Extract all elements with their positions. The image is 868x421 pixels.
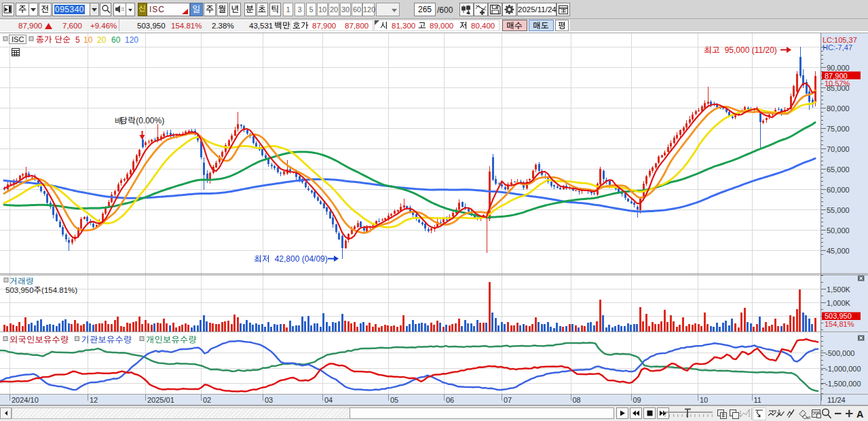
svg-text:-1,000,000: -1,000,000 [825,365,861,373]
svg-text:08: 08 [573,396,581,404]
svg-text:154,81%: 154,81% [825,320,854,328]
svg-text:65,000: 65,000 [827,165,850,174]
svg-text:5: 5 [75,35,80,45]
svg-text:10: 10 [83,35,93,45]
svg-text:04: 04 [324,396,333,404]
svg-text:2024/10: 2024/10 [12,396,39,404]
svg-text:(154.81%): (154.81%) [41,286,77,294]
svg-text:55,000: 55,000 [827,206,850,214]
svg-text:2025/01: 2025/01 [147,396,174,404]
svg-text:45,000: 45,000 [827,247,850,255]
svg-text:60: 60 [111,35,121,45]
svg-text:-500,000: -500,000 [825,349,854,357]
svg-text:80,000: 80,000 [827,104,850,113]
svg-text:42,800 (04/09): 42,800 (04/09) [275,254,328,264]
svg-text:70,000: 70,000 [827,145,850,153]
svg-text:120: 120 [125,35,138,45]
svg-text:03: 03 [265,396,273,404]
svg-text:05: 05 [390,396,398,404]
svg-text:12: 12 [90,396,98,404]
svg-text:(0.00%): (0.00%) [136,116,164,125]
svg-text:10: 10 [700,396,708,404]
svg-text:07: 07 [504,396,512,404]
svg-text:11: 11 [754,396,761,404]
svg-text:20: 20 [97,35,107,45]
svg-text:HC:-7,47: HC:-7,47 [823,43,852,52]
svg-text:A: A [856,409,864,420]
svg-text:60,000: 60,000 [827,186,850,194]
svg-text:06: 06 [446,396,454,404]
svg-text:11/24: 11/24 [827,396,846,404]
svg-text:90,000: 90,000 [827,64,850,72]
svg-text:ISC: ISC [12,35,24,43]
svg-text:503,950: 503,950 [825,312,852,320]
svg-text:all: all [806,416,810,420]
svg-text:1,500K: 1,500K [827,285,851,294]
svg-text:50,000: 50,000 [827,226,850,235]
svg-text:10,57%: 10,57% [825,79,850,87]
svg-text:-1,500,000: -1,500,000 [825,380,861,388]
svg-text:1,000K: 1,000K [827,299,851,307]
svg-text:503,950: 503,950 [5,286,34,294]
svg-text:75,000: 75,000 [827,125,850,133]
svg-text:09: 09 [633,396,641,404]
svg-text:95,000 (11/20): 95,000 (11/20) [725,45,777,55]
svg-text:02: 02 [203,396,211,404]
svg-text:ISC: ISC [149,5,165,14]
